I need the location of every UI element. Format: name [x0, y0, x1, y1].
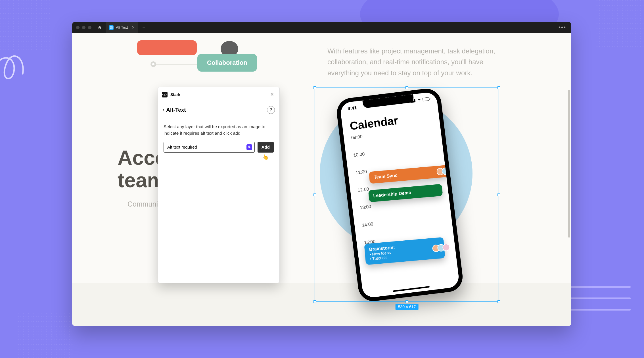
- plugin-header[interactable]: </> Stark ×: [158, 87, 279, 102]
- selection-size-badge: 530 × 617: [396, 304, 419, 310]
- connector-line: [154, 64, 197, 65]
- title-bar: ▧ Alt Text × + •••: [72, 22, 571, 33]
- window-traffic-lights[interactable]: [76, 26, 91, 29]
- feature-paragraph: With features like project management, t…: [327, 46, 506, 78]
- stark-logo-icon: </>: [162, 92, 168, 97]
- back-icon[interactable]: ‹: [162, 106, 164, 114]
- stark-plugin-panel[interactable]: </> Stark × ‹ Alt-Text ? Select any laye…: [158, 87, 280, 283]
- alt-text-select[interactable]: Alt text required ⇅: [164, 142, 255, 153]
- file-icon: ▧: [109, 25, 114, 30]
- resize-handle[interactable]: [405, 86, 408, 89]
- new-tab-icon[interactable]: +: [140, 23, 148, 32]
- plugin-name: Stark: [170, 92, 180, 97]
- design-canvas[interactable]: Collaboration With features like project…: [72, 33, 571, 326]
- tab-alt-text[interactable]: ▧ Alt Text ×: [106, 22, 138, 33]
- plugin-subheader: ‹ Alt-Text ?: [158, 102, 279, 118]
- pointer-cursor-icon: 👆: [262, 153, 269, 161]
- pill-shape: [137, 40, 197, 55]
- close-window-icon[interactable]: [76, 26, 80, 29]
- add-button[interactable]: Add: [258, 142, 274, 153]
- resize-handle[interactable]: [313, 300, 316, 303]
- resize-handle[interactable]: [497, 193, 500, 196]
- bg-dots: [596, 0, 644, 48]
- select-value: Alt text required: [167, 145, 197, 149]
- more-menu-icon[interactable]: •••: [556, 24, 568, 31]
- home-icon[interactable]: [95, 23, 104, 32]
- canvas-scrollbar[interactable]: [568, 90, 570, 238]
- resize-handle[interactable]: [497, 86, 500, 89]
- collaboration-pill: Collaboration: [197, 54, 257, 72]
- bg-dots: [17, 313, 74, 358]
- plugin-section-title: Alt-Text: [166, 107, 186, 113]
- app-window: ▧ Alt Text × + ••• Collaboration With fe…: [72, 22, 571, 326]
- selection-frame[interactable]: 530 × 617: [315, 88, 499, 302]
- connector-dot: [150, 61, 156, 67]
- plugin-close-icon[interactable]: ×: [269, 90, 275, 99]
- select-stepper-icon[interactable]: ⇅: [246, 144, 252, 150]
- maximize-window-icon[interactable]: [88, 26, 91, 29]
- resize-handle[interactable]: [313, 86, 316, 89]
- resize-handle[interactable]: [313, 193, 316, 196]
- plugin-body: Select any layer that will be exported a…: [158, 118, 279, 158]
- tab-close-icon[interactable]: ×: [132, 25, 134, 30]
- resize-handle[interactable]: [497, 300, 500, 303]
- minimize-window-icon[interactable]: [82, 26, 85, 29]
- help-icon[interactable]: ?: [267, 106, 275, 114]
- bg-dots: [0, 0, 51, 51]
- resize-handle[interactable]: [405, 300, 408, 303]
- plugin-instruction: Select any layer that will be exported a…: [164, 123, 274, 137]
- tab-label: Alt Text: [116, 25, 128, 30]
